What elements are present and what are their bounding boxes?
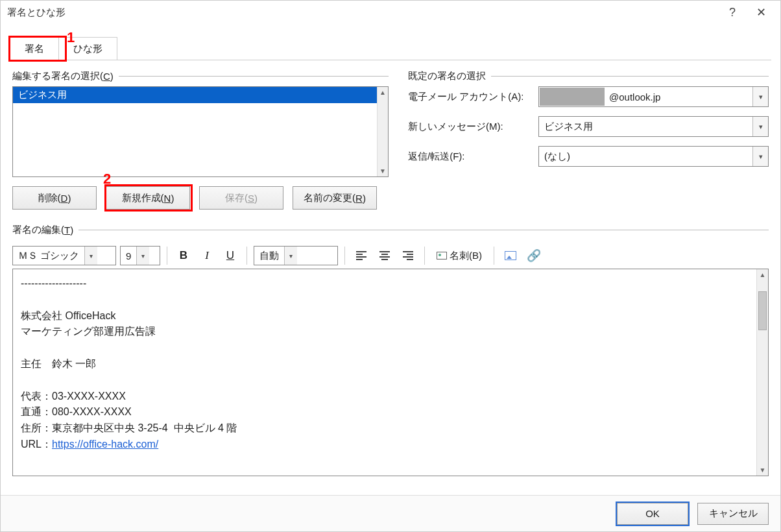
signature-editor[interactable]: ------------------- 株式会社 OfficeHack マーケテ… xyxy=(12,269,769,476)
tab-signature[interactable]: 署名 xyxy=(10,37,59,60)
insert-picture-button[interactable] xyxy=(501,246,520,265)
reply-forward-select[interactable]: (なし) ▾ xyxy=(538,146,769,167)
align-right-button[interactable] xyxy=(398,246,418,265)
italic-button[interactable]: I xyxy=(197,246,217,265)
chevron-down-icon[interactable]: ▾ xyxy=(752,117,768,136)
ok-button[interactable]: OK xyxy=(617,503,688,525)
chevron-down-icon[interactable]: ▾ xyxy=(752,147,768,166)
rename-button[interactable]: 名前の変更(R) xyxy=(293,186,377,210)
save-button: 保存(S) xyxy=(199,186,283,210)
bold-button[interactable]: B xyxy=(174,246,193,265)
picture-icon xyxy=(505,251,516,260)
tab-stationery[interactable]: ひな形 xyxy=(58,37,117,60)
new-message-value: ビジネス用 xyxy=(539,121,752,133)
scroll-thumb[interactable] xyxy=(758,291,767,330)
email-account-label: 電子メール アカウント(A): xyxy=(408,91,535,103)
align-left-button[interactable] xyxy=(352,246,371,265)
insert-link-button[interactable]: 🔗 xyxy=(524,246,544,265)
chevron-down-icon[interactable]: ▾ xyxy=(752,87,768,106)
close-button[interactable]: ✕ xyxy=(747,3,775,22)
vcard-icon xyxy=(437,252,447,260)
dialog-content: 編集する署名の選択(C) ビジネス用 ▲ ▼ 削除(D) 新規作成(N) 保存(… xyxy=(1,61,780,495)
reply-forward-value: (なし) xyxy=(539,151,752,163)
cancel-button[interactable]: キャンセル xyxy=(697,503,769,525)
help-button[interactable]: ? xyxy=(718,3,747,22)
font-color-select[interactable]: 自動▾ xyxy=(254,246,338,265)
underline-button[interactable]: U xyxy=(221,246,240,265)
scroll-down-icon[interactable]: ▼ xyxy=(378,165,388,176)
window-title: 署名とひな形 xyxy=(6,6,718,19)
chevron-down-icon[interactable]: ▾ xyxy=(84,247,97,265)
redacted-icon xyxy=(540,88,605,106)
new-button[interactable]: 新規作成(N) xyxy=(106,186,190,210)
signature-listbox[interactable]: ビジネス用 ▲ ▼ xyxy=(12,86,389,177)
editor-content[interactable]: ------------------- 株式会社 OfficeHack マーケテ… xyxy=(13,269,756,476)
url-link[interactable]: https://office-hack.com/ xyxy=(52,439,158,450)
editor-toolbar: ＭＳ ゴシック▾ 9▾ B I U 自動▾ 名刺(B) 🔗 xyxy=(12,243,769,269)
scroll-down-icon[interactable]: ▼ xyxy=(757,465,768,476)
dialog-window: 署名とひな形 ? ✕ 署名 ひな形 1 編集する署名の選択(C) ビジネス用 xyxy=(0,0,781,532)
new-message-label: 新しいメッセージ(M): xyxy=(408,121,535,133)
dialog-footer: OK キャンセル xyxy=(1,495,780,531)
font-size-select[interactable]: 9▾ xyxy=(120,246,160,265)
list-item[interactable]: ビジネス用 xyxy=(13,87,377,103)
select-signature-label: 編集する署名の選択(C) xyxy=(12,70,389,82)
tab-strip: 署名 ひな形 xyxy=(1,24,780,60)
reply-forward-label: 返信/転送(F): xyxy=(408,151,535,163)
font-family-select[interactable]: ＭＳ ゴシック▾ xyxy=(12,246,116,265)
scroll-up-icon[interactable]: ▲ xyxy=(378,87,388,98)
chevron-down-icon[interactable]: ▾ xyxy=(284,247,297,265)
email-account-select[interactable]: @outlook.jp ▾ xyxy=(538,86,769,107)
default-signature-label: 既定の署名の選択 xyxy=(408,70,769,82)
edit-signature-label: 署名の編集(T) xyxy=(12,224,769,236)
delete-button[interactable]: 削除(D) xyxy=(12,186,97,210)
chevron-down-icon[interactable]: ▾ xyxy=(136,247,149,265)
business-card-button[interactable]: 名刺(B) xyxy=(431,246,487,265)
listbox-scrollbar[interactable]: ▲ ▼ xyxy=(377,87,388,176)
new-message-select[interactable]: ビジネス用 ▾ xyxy=(538,116,769,137)
editor-scrollbar[interactable]: ▲ ▼ xyxy=(756,269,768,476)
align-center-button[interactable] xyxy=(375,246,394,265)
scroll-up-icon[interactable]: ▲ xyxy=(757,269,768,280)
titlebar: 署名とひな形 ? ✕ xyxy=(1,1,780,24)
